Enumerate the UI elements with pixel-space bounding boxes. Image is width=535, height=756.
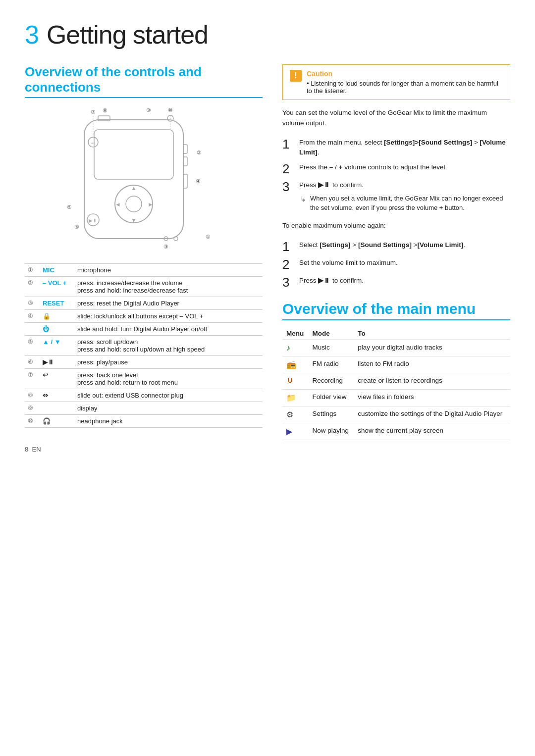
menu-desc-now-playing: show the current play screen [354,423,510,440]
menu-desc-folder: view files in folders [354,389,510,406]
menu-mode-music: Music [309,340,354,356]
ctrl-label: 🎧 [40,415,74,428]
menu-desc-fm: listen to FM radio [354,356,510,373]
table-row: ⑧ ⇔ slide out: extend USB connector plug [25,389,263,402]
left-column: Overview of the controls and connections… [25,64,263,453]
table-row: ⑥ ▶⏸ press: play/pause [25,356,263,369]
svg-text:⑦: ⑦ [91,109,96,115]
menu-row-recording: 🎙 Recording create or listen to recordin… [282,373,510,389]
ctrl-label: ⇔ [40,389,74,402]
ctrl-desc: slide out: extend USB connector plug [74,389,263,402]
menu-desc-music: play your digital audio tracks [354,340,510,356]
page-number: 8 [25,446,28,453]
ctrl-label: MIC [40,264,74,277]
menu-row-music: ♪ Music play your digital audio tracks [282,340,510,356]
steps-set-volume: 1 From the main menu, select [Settings]>… [282,138,510,213]
svg-text:⑩: ⑩ [168,107,173,113]
ctrl-num: ⑨ [25,402,40,415]
svg-text:④: ④ [196,178,201,184]
table-row: ⑤ ▲ / ▼ press: scroll up/downpress and h… [25,336,263,356]
table-row: ① MIC microphone [25,264,263,277]
svg-text:▶⏸: ▶⏸ [89,218,98,223]
caution-box: ! Caution • Listening to loud sounds for… [282,64,510,100]
ctrl-num: ⑦ [25,369,40,389]
step-2: 2 Press the – / + volume controls to adj… [282,162,510,175]
ctrl-num: ⑩ [25,415,40,428]
svg-text:►: ► [148,201,154,208]
ctrl-desc: press: back one levelpress and hold: ret… [74,369,263,389]
enable-step-2: 2 Set the volume limit to maximum. [282,258,510,271]
svg-text:▼: ▼ [131,217,137,224]
page-footer: 8 EN [25,446,263,453]
table-row: ③ RESET press: reset the Digital Audio P… [25,297,263,310]
step-1: 1 From the main menu, select [Settings]>… [282,138,510,158]
volume-intro: You can set the volume level of the GoGe… [282,108,510,129]
svg-rect-1 [94,130,173,179]
table-row: ⑩ 🎧 headphone jack [25,415,263,428]
menu-row-folder: 📁 Folder view view files in folders [282,389,510,406]
menu-icon-settings: ⚙ [282,406,309,423]
menu-mode-recording: Recording [309,373,354,389]
ctrl-num: ⑥ [25,356,40,369]
caution-icon: ! [290,70,302,82]
step-2-content: Press the – / + volume controls to adjus… [299,162,510,172]
ctrl-num [25,323,40,336]
ctrl-label: – VOL + [40,277,74,297]
ctrl-desc: microphone [74,264,263,277]
ctrl-desc: slide and hold: turn Digital Audio Playe… [74,323,263,336]
chapter-title: Getting started [47,20,208,49]
ctrl-label: ▲ / ▼ [40,336,74,356]
svg-rect-16 [183,157,187,166]
ctrl-num: ④ [25,310,40,323]
ctrl-desc: press: increase/decrease the volumepress… [74,277,263,297]
svg-text:⑤: ⑤ [67,204,72,210]
ctrl-num: ⑧ [25,389,40,402]
svg-rect-15 [183,145,187,153]
col-menu: Menu [282,327,309,340]
menu-desc-settings: customize the settings of the Digital Au… [354,406,510,423]
ctrl-desc: press: scroll up/downpress and hold: scr… [74,336,263,356]
ctrl-desc: headphone jack [74,415,263,428]
chapter-number: 3 [25,20,39,49]
table-row: ② – VOL + press: increase/decrease the v… [25,277,263,297]
ctrl-label [40,402,74,415]
enable-step-3: 3 Press ▶⏸ to confirm. [282,276,510,289]
svg-text:◄: ◄ [115,201,121,208]
svg-point-3 [126,196,142,212]
ctrl-num: ① [25,264,40,277]
enable-volume-intro: To enable maximum volume again: [282,221,510,231]
svg-text:⑨: ⑨ [146,107,151,113]
svg-text:↩: ↩ [91,141,95,146]
menu-row-settings: ⚙ Settings customize the settings of the… [282,406,510,423]
step-3-content: Press ▶⏸ to confirm. ↳ When you set a vo… [299,180,510,212]
menu-row-now-playing: ▶ Now playing show the current play scre… [282,423,510,440]
caution-content: Caution • Listening to loud sounds for l… [307,70,503,95]
caution-title: Caution [307,70,503,78]
ctrl-label: 🔒 [40,310,74,323]
menu-icon-folder: 📁 [282,389,309,406]
enable-step-3-content: Press ▶⏸ to confirm. [299,276,510,286]
svg-text:⑥: ⑥ [74,224,79,230]
svg-text:③: ③ [163,244,168,250]
enable-step-2-content: Set the volume limit to maximum. [299,258,510,268]
ctrl-desc: slide: lock/unlock all buttons except – … [74,310,263,323]
ctrl-num: ③ [25,297,40,310]
menu-icon-now-playing: ▶ [282,423,309,440]
menu-icon-fm: 📻 [282,356,309,373]
menu-mode-folder: Folder view [309,389,354,406]
svg-text:①: ① [206,234,211,240]
enable-step-1-content: Select [Settings] > [Sound Settings] >[V… [299,240,510,250]
ctrl-label: RESET [40,297,74,310]
svg-text:⑧: ⑧ [103,107,107,113]
step-3-subnote: ↳ When you set a volume limit, the GoGea… [300,194,510,213]
menu-icon-recording: 🎙 [282,373,309,389]
col-mode: Mode [309,327,354,340]
right-column: ! Caution • Listening to loud sounds for… [282,64,510,440]
steps-enable-volume: 1 Select [Settings] > [Sound Settings] >… [282,240,510,289]
enable-step-1: 1 Select [Settings] > [Sound Settings] >… [282,240,510,253]
table-row: ④ 🔒 slide: lock/unlock all buttons excep… [25,310,263,323]
col-to: To [354,327,510,340]
table-row: ⑨ display [25,402,263,415]
menu-desc-recording: create or listen to recordings [354,373,510,389]
ctrl-desc: press: play/pause [74,356,263,369]
